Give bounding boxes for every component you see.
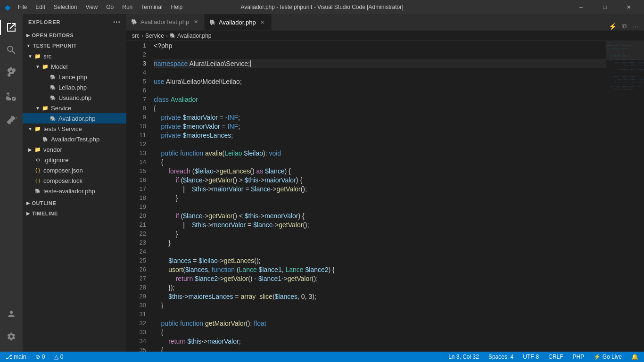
tree-item-model[interactable]: ▼📁Model bbox=[23, 61, 126, 72]
status-notifications[interactable]: 🔔 bbox=[629, 354, 640, 360]
code-line-21[interactable]: | $this->menorValor = $lance->getValor()… bbox=[154, 220, 606, 229]
menu-edit[interactable]: Edit bbox=[32, 2, 49, 12]
breadcrumb-service[interactable]: Service bbox=[145, 33, 164, 39]
tree-item-lance-php[interactable]: 🐘Lance.php bbox=[23, 72, 126, 82]
menu-run[interactable]: Run bbox=[118, 2, 136, 12]
tab-close-2[interactable]: ✕ bbox=[259, 18, 266, 26]
status-encoding[interactable]: UTF-8 bbox=[521, 354, 541, 360]
breadcrumb-file[interactable]: Avaliador.php bbox=[177, 33, 212, 39]
code-line-4[interactable] bbox=[154, 68, 606, 77]
menu-go[interactable]: Go bbox=[102, 2, 117, 12]
code-line-17[interactable]: | $this->maiorValor = $lance->getValor()… bbox=[154, 184, 606, 193]
code-line-6[interactable] bbox=[154, 86, 606, 95]
status-warnings[interactable]: △ 0 bbox=[52, 354, 65, 360]
code-line-16[interactable]: if ($lance->getValor() > $this->maiorVal… bbox=[154, 175, 606, 184]
tree-item-teste-avaliador-php[interactable]: 🐘teste-avaliador.php bbox=[23, 186, 126, 196]
code-line-22[interactable]: } bbox=[154, 229, 606, 238]
split-editor-icon[interactable]: ⧉ bbox=[620, 22, 629, 30]
tree-item-composer-lock[interactable]: { }composer.lock bbox=[23, 175, 126, 186]
minimize-button[interactable]: ─ bbox=[570, 0, 592, 14]
status-line-ending[interactable]: CRLF bbox=[546, 354, 565, 360]
code-line-32[interactable]: public function getMaiorValor(): float bbox=[154, 319, 606, 328]
tab-avaliador[interactable]: 🐘 Avaliador.php ✕ bbox=[205, 14, 272, 30]
code-line-14[interactable]: { bbox=[154, 157, 606, 166]
code-line-25[interactable]: $lances = $leilao->getLances(); bbox=[154, 256, 606, 265]
status-spaces[interactable]: Spaces: 4 bbox=[487, 354, 515, 360]
tree-item-composer-json[interactable]: { }composer.json bbox=[23, 165, 126, 175]
code-content[interactable]: <?php namespace Alura\Leilao\Service; us… bbox=[150, 41, 606, 352]
code-line-8[interactable]: { bbox=[154, 104, 606, 113]
code-line-29[interactable]: $this->maioresLances = array_slice($lanc… bbox=[154, 292, 606, 301]
token-plain: } bbox=[154, 230, 178, 238]
section-timeline[interactable]: ▶ Timeline bbox=[23, 208, 126, 219]
code-line-20[interactable]: if ($lance->getValor() < $this->menorVal… bbox=[154, 211, 606, 220]
tree-item-usuario-php[interactable]: 🐘Usuario.php bbox=[23, 92, 126, 103]
activity-search[interactable] bbox=[0, 39, 23, 61]
open-editors-arrow: ▶ bbox=[26, 33, 30, 38]
code-line-34[interactable]: return $this->maiorValor; bbox=[154, 337, 606, 346]
section-project[interactable]: ▼ TESTE PHPUNIT bbox=[23, 41, 126, 51]
code-line-2[interactable] bbox=[154, 50, 606, 59]
section-open-editors[interactable]: ▶ Open Editors bbox=[23, 30, 126, 41]
code-line-12[interactable] bbox=[154, 140, 606, 148]
token-plain bbox=[154, 257, 168, 264]
code-line-33[interactable]: { bbox=[154, 328, 606, 337]
code-line-23[interactable]: } bbox=[154, 238, 606, 247]
section-outline[interactable]: ▶ Outline bbox=[23, 198, 126, 208]
code-line-5[interactable]: use Alura\Leilao\Model\Leilao; bbox=[154, 77, 606, 86]
code-line-27[interactable]: return $lance2->getValor() - $lance1->ge… bbox=[154, 274, 606, 283]
activity-settings[interactable] bbox=[0, 325, 23, 348]
editor-layout-icon[interactable]: ⚡ bbox=[607, 23, 619, 30]
breadcrumb-sep-1: › bbox=[141, 33, 143, 39]
code-line-30[interactable]: } bbox=[154, 301, 606, 310]
more-actions-icon[interactable]: ··· bbox=[631, 23, 640, 30]
status-errors[interactable]: ⊘ 0 bbox=[33, 354, 47, 360]
code-line-28[interactable]: }); bbox=[154, 283, 606, 292]
close-button[interactable]: ✕ bbox=[618, 0, 639, 14]
code-line-7[interactable]: class Avaliador bbox=[154, 95, 606, 104]
code-line-15[interactable]: foreach ($leilao->getLances() as $lance)… bbox=[154, 166, 606, 175]
breadcrumb-src[interactable]: src bbox=[132, 33, 140, 39]
tab-avaliadortest[interactable]: 🐘 AvaliadorTest.php ✕ bbox=[126, 14, 205, 30]
tree-item-src[interactable]: ▼📁src bbox=[23, 51, 126, 61]
status-position[interactable]: Ln 3, Col 32 bbox=[446, 354, 481, 360]
tree-item-service[interactable]: ▼📁Service bbox=[23, 103, 126, 113]
tree-item-tests---service[interactable]: ▼📁tests \ Service bbox=[23, 123, 126, 134]
code-line-24[interactable] bbox=[154, 247, 606, 256]
code-line-3[interactable]: namespace Alura\Leilao\Service; bbox=[154, 59, 606, 68]
code-line-31[interactable] bbox=[154, 310, 606, 319]
code-line-9[interactable]: private $maiorValor = -INF; bbox=[154, 113, 606, 122]
menu-terminal[interactable]: Terminal bbox=[137, 2, 166, 12]
tree-item-vendor[interactable]: ▶📁vendor bbox=[23, 144, 126, 155]
status-go-live[interactable]: ⚡ Go Live bbox=[592, 354, 624, 360]
token-plain bbox=[154, 212, 176, 220]
menu-help[interactable]: Help bbox=[167, 2, 187, 12]
activity-run-debug[interactable] bbox=[0, 86, 23, 108]
code-line-35[interactable]: { bbox=[154, 346, 606, 352]
tree-item-leilao-php[interactable]: 🐘Leilao.php bbox=[23, 82, 126, 92]
tree-item--gitignore[interactable]: ⚙.gitignore bbox=[23, 155, 126, 165]
activity-explorer[interactable] bbox=[0, 16, 23, 39]
menu-selection[interactable]: Selection bbox=[50, 2, 81, 12]
status-language[interactable]: PHP bbox=[571, 354, 586, 360]
sidebar-menu-icon[interactable]: ··· bbox=[113, 18, 121, 26]
token-plain bbox=[154, 149, 161, 157]
menu-view[interactable]: View bbox=[82, 2, 101, 12]
code-line-1[interactable]: <?php bbox=[154, 41, 606, 50]
activity-source-control[interactable] bbox=[0, 61, 23, 84]
status-git-branch[interactable]: ⎇ main bbox=[4, 354, 28, 360]
menu-file[interactable]: File bbox=[14, 2, 31, 12]
token-plain: , bbox=[208, 266, 212, 273]
code-line-18[interactable]: } bbox=[154, 193, 606, 202]
code-line-11[interactable]: private $maioresLances; bbox=[154, 131, 606, 140]
tree-item-avaliador-php[interactable]: 🐘Avaliador.php bbox=[23, 113, 126, 123]
tree-item-avaliadortest-php[interactable]: 🐘AvaliadorTest.php bbox=[23, 134, 126, 144]
code-line-13[interactable]: public function avalia(Leilao $leilao): … bbox=[154, 148, 606, 157]
activity-account[interactable] bbox=[0, 303, 23, 325]
maximize-button[interactable]: □ bbox=[594, 0, 616, 14]
code-line-10[interactable]: private $menorValor = INF; bbox=[154, 122, 606, 131]
tab-close-1[interactable]: ✕ bbox=[192, 18, 199, 26]
code-line-26[interactable]: usort($lances, function (Lance $lance1, … bbox=[154, 265, 606, 274]
activity-extensions[interactable] bbox=[0, 108, 23, 131]
code-line-19[interactable] bbox=[154, 202, 606, 211]
